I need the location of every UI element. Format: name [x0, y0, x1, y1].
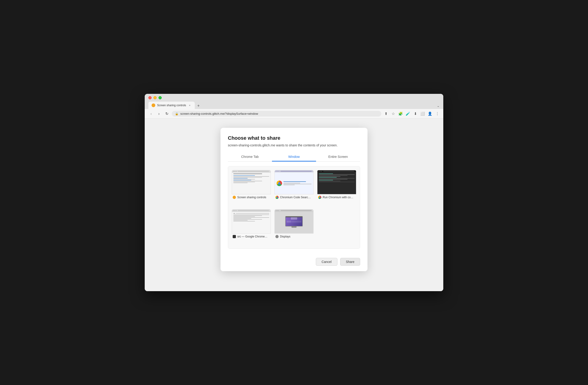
window-name: Displays: [280, 235, 290, 238]
windows-grid: Screen sharing controls: [228, 166, 360, 249]
tab-bar: Screen sharing controls × + ⌄: [148, 102, 440, 109]
menu-icon[interactable]: ⋮: [435, 112, 440, 116]
refresh-button[interactable]: ↻: [164, 111, 169, 116]
extensions-icon[interactable]: 🧩: [398, 112, 403, 116]
profile-icon[interactable]: 👤: [428, 112, 432, 116]
window-item[interactable]: Run Chromium with co…: [317, 170, 356, 206]
dialog-subtitle: screen-sharing-controls.glitch.me wants …: [228, 143, 360, 147]
window-thumbnail: [274, 209, 314, 233]
address-text: screen-sharing-controls.glitch.me/?displ…: [180, 112, 258, 116]
tab-entire-screen[interactable]: Entire Screen: [316, 153, 360, 161]
window-label: Run Chromium with co…: [317, 194, 356, 200]
minimize-button[interactable]: [153, 96, 157, 99]
page-content: Choose what to share screen-sharing-cont…: [145, 119, 443, 291]
window-favicon: [318, 196, 321, 199]
window-thumbnail: [317, 170, 356, 194]
traffic-lights: [148, 96, 440, 99]
modal-footer: Cancel Share: [220, 254, 368, 271]
window-thumbnail: [232, 170, 271, 194]
window-name: Run Chromium with co…: [323, 196, 353, 199]
tab-close-button[interactable]: ×: [188, 103, 191, 107]
window-item[interactable]: Screen sharing controls: [232, 170, 271, 206]
browser-tab[interactable]: Screen sharing controls ×: [148, 102, 195, 109]
share-dialog: Choose what to share screen-sharing-cont…: [220, 128, 368, 271]
window-item[interactable]: Chromium Code Searc…: [274, 170, 314, 206]
dialog-title: Choose what to share: [228, 135, 360, 141]
address-bar: ‹ › ↻ 🔒 screen-sharing-controls.glitch.m…: [145, 109, 443, 119]
window-thumbnail: [274, 170, 314, 194]
new-tab-button[interactable]: +: [195, 103, 202, 109]
forward-button[interactable]: ›: [156, 111, 162, 116]
cancel-button[interactable]: Cancel: [316, 258, 337, 266]
share-tabs: Chrome Tab Window Entire Screen: [228, 153, 360, 161]
browser-window: Screen sharing controls × + ⌄ ‹ › ↻ 🔒 sc…: [145, 94, 443, 291]
tab-window[interactable]: Window: [272, 153, 316, 161]
window-item[interactable]: src — Google Chrome…: [232, 209, 271, 245]
address-input[interactable]: 🔒 screen-sharing-controls.glitch.me/?dis…: [172, 111, 381, 116]
tab-chrome-tab[interactable]: Chrome Tab: [228, 153, 272, 161]
window-label: Screen sharing controls: [232, 194, 271, 200]
modal-body: Choose what to share screen-sharing-cont…: [220, 128, 368, 254]
tab-title: Screen sharing controls: [157, 104, 186, 107]
window-label: Displays: [274, 233, 314, 239]
lock-icon: 🔒: [175, 112, 178, 116]
download-icon[interactable]: ⬇: [413, 112, 418, 116]
lab-icon[interactable]: 🧪: [406, 112, 410, 116]
back-button[interactable]: ‹: [148, 111, 154, 116]
maximize-button[interactable]: [158, 96, 162, 99]
split-view-icon[interactable]: ⬜: [420, 112, 425, 116]
window-thumbnail: [232, 209, 271, 233]
title-bar: Screen sharing controls × + ⌄: [145, 94, 443, 109]
window-favicon: [233, 235, 236, 238]
window-favicon: [275, 235, 279, 238]
close-button[interactable]: [148, 96, 152, 99]
window-label: src — Google Chrome…: [232, 233, 271, 239]
window-favicon: [275, 196, 279, 199]
window-name: Chromium Code Searc…: [280, 196, 311, 199]
window-name: src — Google Chrome…: [237, 235, 267, 238]
share-icon[interactable]: ⬆: [384, 112, 388, 116]
bookmark-icon[interactable]: ☆: [391, 112, 396, 116]
window-item[interactable]: Displays: [274, 209, 314, 245]
tab-dropdown-button[interactable]: ⌄: [437, 104, 440, 109]
toolbar-actions: ⬆ ☆ 🧩 🧪 ⬇ ⬜ 👤 ⋮: [384, 112, 440, 116]
window-name: Screen sharing controls: [237, 196, 266, 199]
tab-favicon: [152, 103, 155, 107]
window-label: Chromium Code Searc…: [274, 194, 314, 200]
share-button[interactable]: Share: [340, 258, 360, 266]
window-favicon: [233, 196, 236, 199]
